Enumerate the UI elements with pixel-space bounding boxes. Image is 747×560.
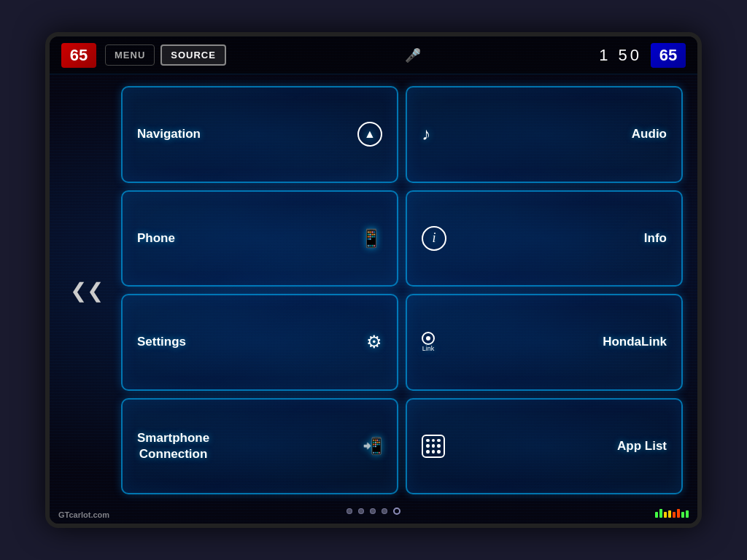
settings-icon: ⚙ (366, 332, 382, 352)
settings-label: Settings (137, 334, 186, 350)
info-icon: i (422, 226, 446, 251)
phone-icon: 📱 (360, 228, 382, 249)
bar-7 (681, 512, 684, 518)
menu-grid: Navigation ▲ ♪ Audio Phone 📱 (121, 86, 683, 494)
pagination (50, 500, 697, 524)
bar-6 (677, 509, 680, 518)
info-label: Info (644, 230, 667, 246)
settings-button[interactable]: Settings ⚙ (121, 294, 398, 391)
info-button[interactable]: i Info (406, 190, 683, 287)
watermark: GTcarlot.com (58, 510, 109, 519)
navigation-icon: ▲ (357, 122, 382, 147)
hondalink-button[interactable]: Link HondaLink (406, 294, 683, 391)
hondalink-icon: Link (422, 332, 435, 352)
microphone-icon: 🎤 (405, 47, 421, 63)
applist-icon (422, 435, 445, 458)
hondalink-label: HondaLink (603, 334, 667, 350)
top-bar-right: 1 50 65 (599, 43, 686, 68)
bar-8 (686, 510, 689, 518)
bar-5 (673, 512, 676, 518)
phone-button[interactable]: Phone 📱 (121, 190, 398, 287)
top-bar: 65 MENU SOURCE 🎤 1 50 65 (50, 36, 697, 74)
applist-button[interactable]: App List (406, 398, 683, 495)
page-dot-5-active[interactable] (393, 508, 400, 515)
audio-button[interactable]: ♪ Audio (406, 86, 683, 183)
applist-label: App List (617, 438, 667, 454)
top-bar-buttons: MENU SOURCE (105, 44, 226, 66)
bar-2 (659, 509, 662, 518)
smartphone-icon: 📲 (363, 437, 382, 456)
deco-bars (655, 509, 689, 518)
bar-3 (664, 512, 667, 518)
time-display: 1 50 (599, 46, 642, 65)
bar-4 (668, 510, 671, 518)
navigation-button[interactable]: Navigation ▲ (121, 86, 398, 183)
chevron-left-icon: ❮❮ (70, 279, 104, 303)
smartphone-button[interactable]: SmartphoneConnection 📲 (121, 398, 398, 495)
page-dot-4[interactable] (382, 508, 387, 514)
page-dot-1[interactable] (347, 508, 352, 514)
speed-display-right: 65 (651, 43, 686, 68)
speed-display-left: 65 (61, 43, 96, 68)
screen-content: 65 MENU SOURCE 🎤 1 50 65 ❮❮ (50, 36, 697, 524)
page-dot-3[interactable] (370, 508, 376, 514)
audio-icon: ♪ (422, 124, 430, 144)
source-button[interactable]: SOURCE (160, 44, 226, 66)
smartphone-label: SmartphoneConnection (137, 430, 209, 462)
main-area: ❮❮ Navigation ▲ ♪ Audio Phone (50, 74, 697, 500)
menu-button[interactable]: MENU (105, 44, 155, 66)
page-dot-2[interactable] (358, 508, 364, 514)
top-bar-center: 🎤 (226, 47, 599, 63)
navigation-label: Navigation (137, 126, 201, 142)
audio-label: Audio (632, 126, 667, 142)
bar-1 (655, 512, 658, 518)
infotainment-screen: 65 MENU SOURCE 🎤 1 50 65 ❮❮ (45, 32, 702, 528)
phone-label: Phone (137, 230, 175, 246)
back-button[interactable]: ❮❮ (64, 279, 109, 303)
